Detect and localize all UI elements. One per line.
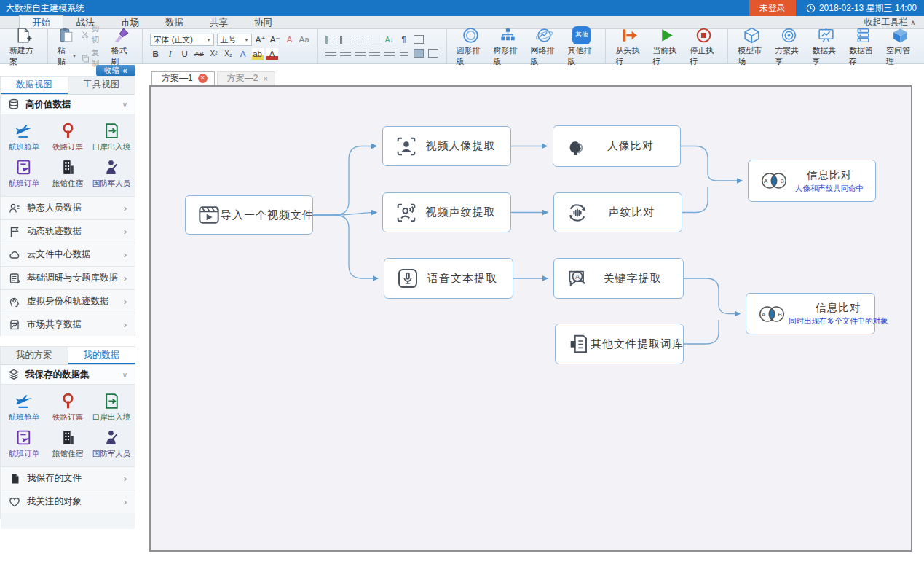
subscript-button[interactable]: X₂ [223, 48, 234, 60]
flow-node-info-compare-2[interactable]: A B 信息比对 同时出现在多个文件中的对象 [746, 293, 875, 334]
plan-share-button[interactable]: 方案共享 [770, 26, 807, 68]
format-painter-button[interactable]: 格式刷 [107, 26, 137, 68]
saved-datasets-header[interactable]: 我保存的数据集 ∨ [1, 365, 135, 385]
borders-icon[interactable] [427, 47, 439, 59]
font-color-icon[interactable]: A [266, 48, 278, 60]
plan-tab-1[interactable]: 方案—1 × [151, 71, 215, 85]
align-center-icon[interactable] [340, 47, 352, 59]
new-plan-button[interactable]: 新建方案 [5, 26, 42, 68]
flow-node-voice-compare[interactable]: 声纹比对 [553, 192, 682, 232]
align-right-icon[interactable] [355, 47, 366, 59]
dataset-military-personnel[interactable]: 国防军人员 [90, 154, 133, 191]
shading-icon[interactable] [413, 47, 425, 59]
dataset-flight-order[interactable]: 航班订单 [2, 154, 46, 191]
venn-a-label: A [762, 311, 766, 318]
dataset-border-entry-exit[interactable]: 口岸出入境 [90, 388, 133, 425]
flow-canvas[interactable]: 导入一个视频文件 视频人像提取 [149, 85, 912, 552]
circle-layout-button[interactable]: 圆形排版 [452, 26, 489, 68]
tab-my-plans[interactable]: 我的方案 [1, 347, 68, 364]
flow-node-face-compare[interactable]: 人像比对 [553, 125, 681, 167]
venn-diagram-icon: A B [757, 170, 791, 192]
ribbon-group-paragraph: A↓ ¶ [318, 29, 447, 63]
tab-tool-view[interactable]: 工具视图 [68, 77, 135, 94]
underline-button[interactable]: U [179, 48, 191, 60]
change-case-icon[interactable]: Aa [299, 34, 310, 45]
italic-button[interactable]: I [165, 48, 176, 60]
head-gear-icon [9, 296, 20, 308]
sidebar-item-my-followed-objects[interactable]: 我关注的对象 › [1, 490, 135, 513]
text-effects-icon[interactable]: A [237, 48, 249, 60]
font-size-select[interactable]: 五号 ▾ [217, 34, 252, 46]
shrink-font-button[interactable]: A⁻ [269, 34, 281, 45]
dataset-rail-ticket[interactable]: 铁路订票 [46, 118, 90, 154]
high-value-data-header[interactable]: 高价值数据 ∨ [1, 95, 135, 114]
line-spacing-icon[interactable] [398, 47, 410, 59]
database-icon [8, 98, 20, 110]
flow-node-label: 视频声纹提取 [418, 205, 503, 219]
paste-button[interactable]: 粘贴▾ [53, 26, 80, 68]
grow-font-button[interactable]: A⁺ [255, 34, 266, 45]
dataset-military-personnel[interactable]: 国防军人员 [90, 425, 133, 461]
superscript-button[interactable]: X² [208, 48, 220, 60]
sort-icon[interactable]: A↓ [384, 34, 395, 45]
sidebar-item-virtual-identity-data[interactable]: 虚拟身份和轨迹数据 › [1, 289, 135, 313]
sidebar-item-my-saved-files[interactable]: 我保存的文件 › [1, 466, 135, 490]
stop-button[interactable]: 停止执行 [685, 26, 722, 68]
cut-button[interactable]: 剪切 [82, 23, 106, 45]
ribbon-tab-collab[interactable]: 协同 [241, 15, 285, 28]
sidebar-item-static-person-data[interactable]: 静态人员数据 › [1, 196, 135, 219]
sidebar-item-dynamic-track-data[interactable]: 动态轨迹数据 › [1, 219, 135, 243]
strikethrough-button[interactable]: AB [194, 48, 205, 60]
data-share-button[interactable]: 数据共享 [807, 26, 845, 68]
dataset-flight-order[interactable]: 航班订单 [2, 425, 46, 461]
number-list-icon[interactable] [340, 34, 352, 45]
other-layout-button[interactable]: 其他 其他排版 [563, 26, 600, 68]
plan-tab-2[interactable]: 方案—2 × [217, 71, 275, 85]
show-marks-icon[interactable]: ¶ [398, 34, 410, 45]
tab-data-view[interactable]: 数据视图 [1, 77, 68, 94]
highlight-color-icon[interactable]: ab [252, 48, 264, 60]
dataset-flight-manifest[interactable]: 航班舱单 [2, 118, 46, 154]
flow-node-subtitle: 人像和声纹共同命中 [795, 184, 864, 194]
data-retain-button[interactable]: 数据留存 [845, 26, 882, 68]
font-family-select[interactable]: 宋体 (正文) ▾ [150, 34, 214, 46]
tab-my-data[interactable]: 我的数据 [68, 347, 135, 364]
flow-node-keyword-extract[interactable]: A 关键字提取 [553, 258, 684, 299]
bullet-list-icon[interactable] [325, 34, 337, 45]
close-tab-icon[interactable]: × [198, 74, 208, 83]
bold-button[interactable]: B [150, 48, 162, 60]
table-grid-icon[interactable] [413, 34, 425, 45]
space-manage-button[interactable]: 空间管理 [882, 26, 919, 68]
flow-node-info-compare-1[interactable]: A B 信息比对 人像和声纹共同命中 [748, 160, 876, 202]
sidebar-item-cloud-file-data[interactable]: 云文件中心数据 › [1, 243, 135, 266]
decrease-indent-icon[interactable] [355, 34, 366, 45]
flow-node-speech-text-extract[interactable]: 语音文本提取 [384, 258, 513, 299]
ribbon-group-layout: 圆形排版 树形排版 网络排版 [447, 29, 607, 63]
sidebar-collapse-button[interactable]: 收缩 « [96, 65, 135, 76]
dataset-flight-manifest[interactable]: 航班舱单 [2, 388, 46, 425]
clear-format-icon[interactable]: A [284, 34, 296, 45]
sidebar-item-market-shared-data[interactable]: 市场共享数据 › [1, 313, 135, 336]
sidebar-item-research-library-data[interactable]: 基础调研与专题库数据 › [1, 266, 135, 289]
dataset-border-entry-exit[interactable]: 口岸出入境 [90, 118, 133, 154]
tree-layout-button[interactable]: 树形排版 [489, 26, 526, 68]
run-from-start-button[interactable]: 从头执行 [611, 26, 648, 68]
login-status-badge[interactable]: 未登录 [749, 0, 796, 16]
flow-node-import-video[interactable]: 导入一个视频文件 [185, 195, 313, 235]
justify-icon[interactable] [369, 47, 381, 59]
dataset-hotel-stay[interactable]: 旅馆住宿 [46, 154, 90, 191]
increase-indent-icon[interactable] [369, 34, 381, 45]
ribbon-tab-share[interactable]: 共享 [197, 15, 241, 28]
ribbon-tab-data[interactable]: 数据 [152, 15, 197, 28]
distribute-icon[interactable] [384, 47, 395, 59]
model-market-button[interactable]: 模型市场 [733, 26, 770, 68]
dataset-hotel-stay[interactable]: 旅馆住宿 [46, 425, 90, 461]
dataset-rail-ticket[interactable]: 铁路订票 [46, 388, 90, 425]
network-layout-button[interactable]: 网络排版 [526, 26, 564, 68]
run-current-button[interactable]: 当前执行 [648, 26, 685, 68]
flow-node-video-voice-extract[interactable]: 视频声纹提取 [382, 192, 511, 232]
close-tab-icon[interactable]: × [263, 74, 267, 83]
flow-node-other-files-lexicon[interactable]: 其他文件提取词库 [555, 324, 684, 364]
align-left-icon[interactable] [325, 47, 337, 59]
flow-node-video-face-extract[interactable]: 视频人像提取 [382, 126, 511, 166]
